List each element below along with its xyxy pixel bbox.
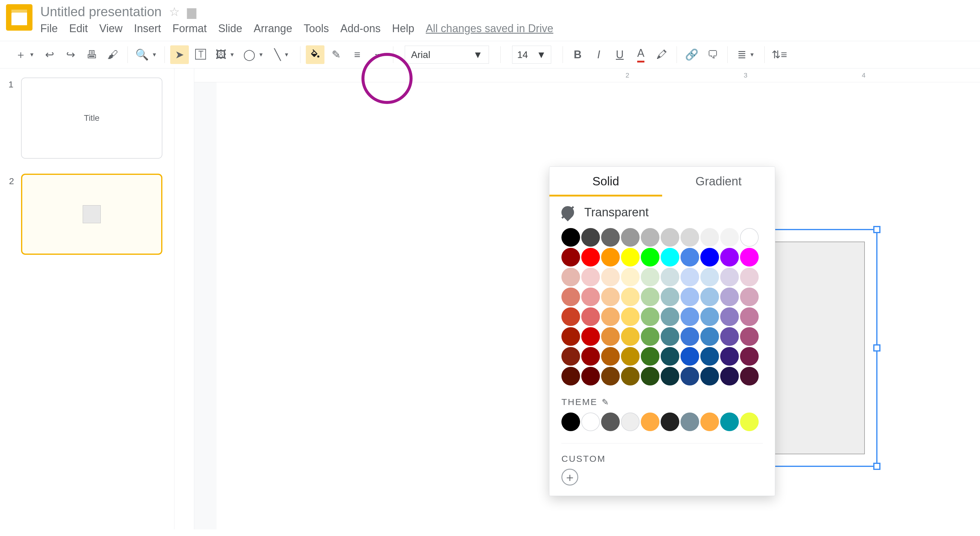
color-swatch[interactable] — [581, 367, 600, 385]
insert-link-button[interactable]: 🔗 — [682, 45, 701, 64]
highlight-color-button[interactable]: 🖍 — [652, 45, 671, 64]
color-swatch[interactable] — [621, 228, 640, 247]
new-slide-button[interactable]: ＋▼ — [12, 45, 38, 64]
color-swatch[interactable] — [681, 228, 699, 247]
textbox-tool[interactable]: 🅃 — [191, 45, 210, 64]
color-swatch[interactable] — [601, 268, 620, 286]
slide-thumbnail[interactable]: 1 Title — [21, 78, 162, 159]
menu-help[interactable]: Help — [392, 22, 414, 35]
color-swatch[interactable] — [700, 367, 719, 385]
menu-slide[interactable]: Slide — [218, 22, 242, 35]
color-swatch[interactable] — [720, 327, 739, 346]
add-custom-color-button[interactable]: ＋ — [562, 469, 578, 485]
select-tool[interactable]: ➤ — [170, 45, 189, 64]
color-swatch[interactable] — [641, 248, 659, 266]
font-family-select[interactable]: Arial▼ — [405, 46, 489, 64]
color-swatch[interactable] — [621, 308, 640, 326]
theme-color-swatch[interactable] — [562, 412, 580, 431]
color-swatch[interactable] — [681, 367, 699, 385]
color-swatch[interactable] — [661, 287, 679, 306]
document-title[interactable]: Untitled presentation — [40, 4, 162, 19]
paint-format-button[interactable]: 🖌 — [103, 45, 122, 64]
theme-color-swatch[interactable] — [581, 412, 600, 431]
slide-thumbnail[interactable]: 2 — [21, 174, 162, 255]
resize-handle-se[interactable] — [873, 463, 880, 470]
color-swatch[interactable] — [562, 287, 580, 306]
color-swatch[interactable] — [681, 327, 699, 346]
color-swatch[interactable] — [681, 347, 699, 366]
align-button[interactable]: ≣▼ — [733, 45, 759, 64]
color-swatch[interactable] — [641, 308, 659, 326]
color-swatch[interactable] — [601, 327, 620, 346]
color-swatch[interactable] — [581, 268, 600, 286]
color-swatch[interactable] — [720, 347, 739, 366]
color-swatch[interactable] — [681, 287, 699, 306]
color-swatch[interactable] — [700, 347, 719, 366]
insert-comment-button[interactable]: 🗨 — [703, 45, 722, 64]
color-swatch[interactable] — [681, 308, 699, 326]
color-swatch[interactable] — [661, 228, 679, 247]
color-swatch[interactable] — [681, 268, 699, 286]
color-swatch[interactable] — [621, 327, 640, 346]
menu-file[interactable]: File — [40, 22, 58, 35]
menu-view[interactable]: View — [99, 22, 123, 35]
color-swatch[interactable] — [581, 228, 600, 247]
theme-color-swatch[interactable] — [720, 412, 739, 431]
font-size-select[interactable]: 14▼ — [512, 46, 551, 64]
border-dash-button[interactable]: ┄ — [369, 45, 388, 64]
color-swatch[interactable] — [601, 367, 620, 385]
color-swatch[interactable] — [641, 228, 659, 247]
redo-button[interactable]: ↪ — [61, 45, 80, 64]
color-swatch[interactable] — [661, 347, 679, 366]
border-color-button[interactable]: ✎ — [327, 45, 345, 64]
color-swatch[interactable] — [562, 228, 580, 247]
color-swatch[interactable] — [641, 347, 659, 366]
italic-button[interactable]: I — [589, 45, 608, 64]
color-swatch[interactable] — [601, 347, 620, 366]
color-swatch[interactable] — [661, 367, 679, 385]
color-swatch[interactable] — [700, 248, 719, 266]
menu-tools[interactable]: Tools — [304, 22, 329, 35]
color-swatch[interactable] — [621, 347, 640, 366]
color-swatch[interactable] — [700, 268, 719, 286]
theme-color-swatch[interactable] — [621, 412, 640, 431]
color-swatch[interactable] — [601, 248, 620, 266]
color-swatch[interactable] — [581, 347, 600, 366]
color-swatch[interactable] — [641, 287, 659, 306]
color-swatch[interactable] — [562, 248, 580, 266]
fill-color-button[interactable] — [306, 45, 325, 64]
theme-color-swatch[interactable] — [661, 412, 679, 431]
color-swatch[interactable] — [740, 347, 759, 366]
color-swatch[interactable] — [740, 287, 759, 306]
color-swatch[interactable] — [562, 347, 580, 366]
theme-color-swatch[interactable] — [601, 412, 620, 431]
color-swatch[interactable] — [700, 287, 719, 306]
color-swatch[interactable] — [661, 308, 679, 326]
color-swatch[interactable] — [562, 367, 580, 385]
theme-color-swatch[interactable] — [681, 412, 699, 431]
line-tool[interactable]: ╲▼ — [269, 45, 295, 64]
color-swatch[interactable] — [601, 308, 620, 326]
color-swatch[interactable] — [601, 287, 620, 306]
color-swatch[interactable] — [661, 327, 679, 346]
move-to-folder-icon[interactable]: ▆ — [187, 5, 196, 19]
color-swatch[interactable] — [601, 228, 620, 247]
image-tool[interactable]: 🖼▼ — [212, 45, 238, 64]
color-swatch[interactable] — [581, 287, 600, 306]
color-swatch[interactable] — [720, 367, 739, 385]
print-button[interactable]: 🖶 — [83, 45, 101, 64]
bold-button[interactable]: B — [568, 45, 587, 64]
theme-color-swatch[interactable] — [700, 412, 719, 431]
menu-arrange[interactable]: Arrange — [254, 22, 292, 35]
color-swatch[interactable] — [720, 268, 739, 286]
transparent-option[interactable]: Transparent — [549, 197, 775, 226]
underline-button[interactable]: U — [611, 45, 629, 64]
color-swatch[interactable] — [700, 228, 719, 247]
color-swatch[interactable] — [562, 268, 580, 286]
color-swatch[interactable] — [581, 248, 600, 266]
theme-color-swatch[interactable] — [740, 412, 759, 431]
line-spacing-button[interactable]: ⇅≡ — [770, 45, 789, 64]
color-swatch[interactable] — [581, 327, 600, 346]
color-swatch[interactable] — [700, 308, 719, 326]
color-swatch[interactable] — [740, 327, 759, 346]
